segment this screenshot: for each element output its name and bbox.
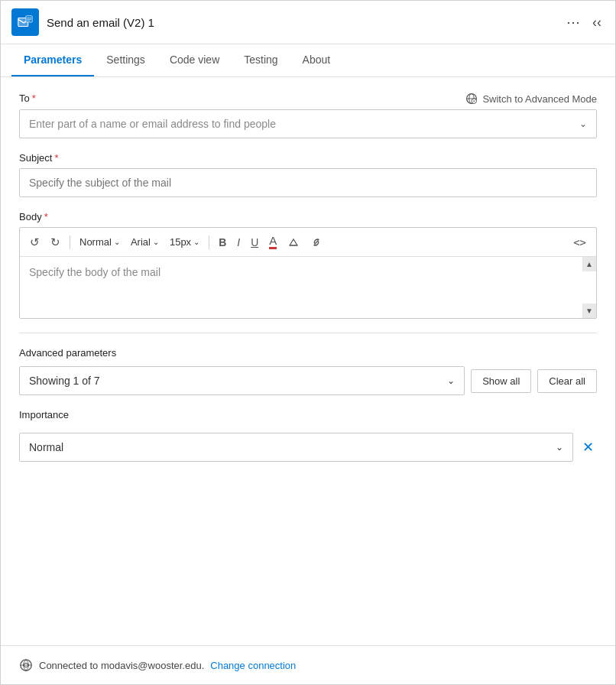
advanced-params-group: Advanced parameters Showing 1 of 7 ⌄ Sho… bbox=[19, 347, 597, 395]
main-panel: Send an email (V2) 1 ⋯ ‹‹ Parameters Set… bbox=[0, 0, 616, 685]
body-label: Body* bbox=[19, 211, 597, 222]
panel-title: Send an email (V2) 1 bbox=[47, 16, 556, 29]
size-select[interactable]: 15px ⌄ bbox=[166, 234, 203, 250]
connection-icon bbox=[19, 658, 33, 672]
body-field-group: Body* ↺ ↻ Normal ⌄ A bbox=[19, 211, 597, 319]
tab-parameters[interactable]: Parameters bbox=[11, 44, 94, 76]
editor-body-wrapper: Specify the body of the mail ▲ ▼ bbox=[20, 257, 596, 318]
importance-value: Normal bbox=[29, 441, 63, 453]
importance-group: Importance Normal ⌄ ✕ bbox=[19, 409, 597, 462]
body-required: * bbox=[44, 211, 48, 222]
tab-settings[interactable]: Settings bbox=[94, 44, 157, 76]
importance-label: Importance bbox=[19, 409, 597, 420]
separator-1 bbox=[19, 333, 597, 333]
editor-scroll-buttons: ▲ ▼ bbox=[582, 257, 596, 318]
advanced-params-chevron-icon: ⌄ bbox=[447, 375, 455, 386]
to-placeholder: Enter part of a name or email address to… bbox=[29, 118, 276, 130]
importance-dropdown[interactable]: Normal ⌄ bbox=[19, 433, 573, 462]
body-editor: ↺ ↻ Normal ⌄ Arial ⌄ 15px bbox=[19, 227, 597, 319]
svg-rect-2 bbox=[26, 16, 32, 22]
format-chevron-icon: ⌄ bbox=[114, 238, 120, 246]
tab-testing[interactable]: Testing bbox=[232, 44, 290, 76]
collapse-button[interactable]: ‹‹ bbox=[589, 12, 605, 32]
to-field-group: To* Switch to Advanced Mode Enter part o… bbox=[19, 93, 597, 138]
to-label: To* bbox=[19, 93, 36, 104]
to-required: * bbox=[32, 93, 36, 104]
advanced-params-title: Advanced parameters bbox=[19, 347, 597, 359]
advanced-mode-button[interactable]: Switch to Advanced Mode bbox=[465, 93, 597, 105]
font-select[interactable]: Arial ⌄ bbox=[127, 234, 163, 250]
to-input[interactable]: Enter part of a name or email address to… bbox=[19, 109, 597, 138]
show-all-button[interactable]: Show all bbox=[471, 369, 531, 393]
tab-about[interactable]: About bbox=[290, 44, 343, 76]
advanced-mode-icon bbox=[465, 93, 478, 105]
subject-field-group: Subject* bbox=[19, 152, 597, 197]
size-chevron-icon: ⌄ bbox=[193, 238, 199, 246]
content-area: To* Switch to Advanced Mode Enter part o… bbox=[1, 77, 615, 645]
body-editor-content[interactable]: Specify the body of the mail bbox=[20, 257, 596, 318]
app-icon bbox=[11, 8, 39, 36]
undo-button[interactable]: ↺ bbox=[26, 234, 44, 250]
bold-button[interactable]: B bbox=[215, 235, 230, 250]
to-chevron-icon: ⌄ bbox=[579, 118, 587, 129]
highlight-icon bbox=[287, 236, 300, 248]
importance-clear-button[interactable]: ✕ bbox=[579, 436, 597, 459]
showing-label: Showing 1 of 7 bbox=[29, 375, 100, 387]
header-actions: ⋯ ‹‹ bbox=[563, 12, 605, 32]
font-color-button[interactable]: A bbox=[265, 232, 280, 252]
scroll-down-button[interactable]: ▼ bbox=[582, 304, 596, 318]
importance-row: Normal ⌄ ✕ bbox=[19, 433, 597, 462]
redo-button[interactable]: ↻ bbox=[47, 234, 64, 250]
subject-input[interactable] bbox=[19, 168, 597, 197]
toolbar-divider-1 bbox=[70, 235, 70, 249]
clear-all-button[interactable]: Clear all bbox=[537, 369, 597, 393]
subject-required: * bbox=[54, 152, 58, 164]
header: Send an email (V2) 1 ⋯ ‹‹ bbox=[1, 1, 615, 44]
font-chevron-icon: ⌄ bbox=[153, 238, 159, 246]
italic-button[interactable]: I bbox=[233, 235, 244, 250]
scroll-up-button[interactable]: ▲ bbox=[582, 257, 596, 271]
link-icon bbox=[310, 236, 323, 248]
change-connection-link[interactable]: Change connection bbox=[210, 660, 296, 671]
highlight-button[interactable] bbox=[284, 234, 303, 251]
subject-label: Subject* bbox=[19, 152, 597, 164]
footer-text: Connected to modavis@wooster.edu. bbox=[39, 660, 204, 671]
importance-chevron-icon: ⌄ bbox=[556, 442, 563, 453]
outlook-icon bbox=[17, 14, 34, 31]
code-view-button[interactable]: <> bbox=[569, 235, 590, 250]
editor-toolbar: ↺ ↻ Normal ⌄ Arial ⌄ 15px bbox=[20, 228, 596, 257]
body-placeholder: Specify the body of the mail bbox=[29, 266, 587, 278]
format-select[interactable]: Normal ⌄ bbox=[76, 234, 124, 250]
advanced-params-dropdown[interactable]: Showing 1 of 7 ⌄ bbox=[19, 366, 465, 395]
underline-button[interactable]: U bbox=[247, 235, 262, 250]
advanced-params-row: Showing 1 of 7 ⌄ Show all Clear all bbox=[19, 366, 597, 395]
toolbar-divider-2 bbox=[209, 235, 209, 249]
to-label-row: To* Switch to Advanced Mode bbox=[19, 93, 597, 109]
more-options-button[interactable]: ⋯ bbox=[563, 12, 583, 32]
link-button[interactable] bbox=[306, 234, 326, 251]
tabs-bar: Parameters Settings Code view Testing Ab… bbox=[1, 44, 615, 77]
footer: Connected to modavis@wooster.edu. Change… bbox=[1, 645, 615, 684]
tab-code-view[interactable]: Code view bbox=[157, 44, 232, 76]
